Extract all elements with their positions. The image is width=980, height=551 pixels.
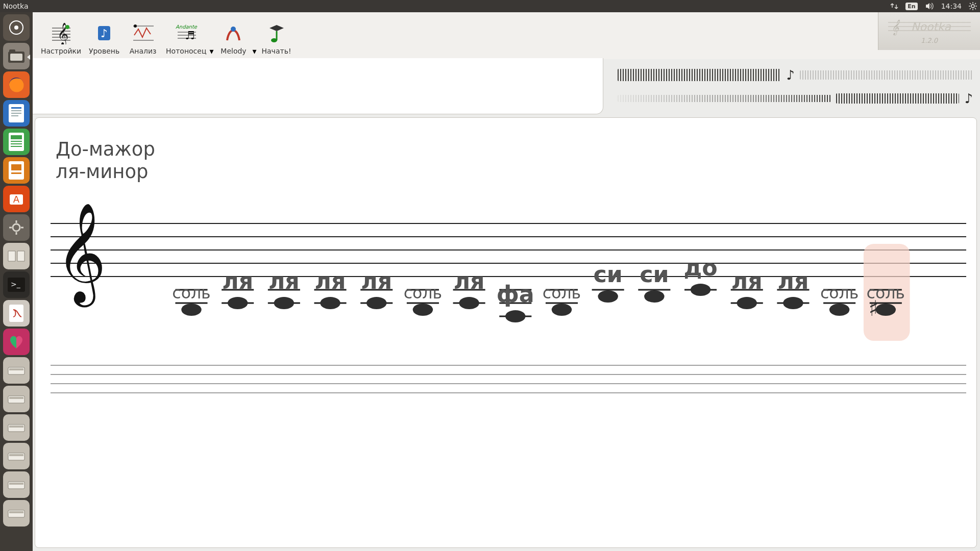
staff-dropdown-icon[interactable]: ▾: [209, 46, 213, 56]
note-head[interactable]: [181, 304, 201, 316]
note-name-label: до: [683, 255, 717, 281]
note-head[interactable]: [691, 284, 710, 296]
note-head[interactable]: [783, 297, 803, 309]
svg-text:♪: ♪: [101, 27, 108, 40]
start-label: Начать!: [262, 47, 291, 55]
software-icon[interactable]: A: [3, 186, 30, 212]
drive5-icon[interactable]: [3, 471, 30, 498]
terminal-icon[interactable]: >_: [3, 271, 30, 298]
note-head[interactable]: [876, 304, 896, 316]
calc-icon[interactable]: [3, 129, 30, 155]
launcher-dock: A>_: [0, 12, 33, 551]
svg-rect-16: [11, 107, 21, 109]
note-name-label: ля: [731, 268, 763, 294]
melody-label: Melody: [220, 47, 246, 55]
note-head[interactable]: [829, 304, 849, 316]
impress-icon[interactable]: [3, 157, 30, 184]
svg-rect-12: [9, 49, 15, 54]
score-area[interactable]: До-мажор ля-минор 𝄞 сольлялялялясольляфа…: [35, 117, 977, 548]
writer-icon[interactable]: [3, 100, 30, 127]
keyboard-layout-indicator[interactable]: En: [905, 3, 917, 10]
note-name-label: си: [640, 261, 669, 288]
drive6-icon[interactable]: [3, 500, 30, 527]
version-label: 1.2.0: [921, 37, 938, 44]
svg-point-10: [14, 26, 18, 30]
svg-rect-17: [11, 110, 21, 111]
single-note-panel[interactable]: [33, 58, 603, 114]
note-head[interactable]: [366, 297, 386, 309]
svg-rect-23: [11, 143, 22, 144]
system-gear-icon[interactable]: [969, 2, 977, 10]
note-name-label: ля: [315, 268, 346, 294]
note-name-label: ля: [777, 268, 808, 294]
svg-text:♬: ♬: [185, 29, 195, 42]
svg-text:Nootka: Nootka: [911, 20, 951, 33]
svg-rect-13: [10, 54, 22, 61]
heart-icon[interactable]: [3, 329, 30, 355]
melody-icon: [220, 21, 246, 45]
input-level-meter[interactable]: ♪: [618, 67, 973, 83]
network-icon[interactable]: [890, 2, 898, 10]
svg-rect-18: [11, 113, 21, 114]
level-icon: ♪: [91, 21, 117, 45]
treble-clef-icon: 𝄞: [48, 21, 74, 45]
files-icon[interactable]: [3, 43, 30, 69]
staff-label: Нотоносец: [166, 47, 206, 55]
note-name-label: ля: [268, 268, 300, 294]
empty-staff[interactable]: [51, 361, 966, 401]
eighth-note-icon: ♪: [964, 91, 973, 106]
clock[interactable]: 14:34: [941, 2, 962, 10]
pdf-icon[interactable]: [3, 300, 30, 327]
note-head[interactable]: [320, 297, 340, 309]
level-button[interactable]: ♪ Уровень: [85, 15, 123, 56]
melody-button[interactable]: Melody: [214, 15, 252, 56]
staff-button[interactable]: Andante♬ Нотоносец: [163, 15, 209, 56]
svg-point-65: [231, 27, 236, 32]
analysis-label: Анализ: [130, 47, 157, 55]
drive4-icon[interactable]: [3, 443, 30, 469]
melody-dropdown-icon[interactable]: ▾: [252, 46, 256, 56]
note-head[interactable]: [552, 304, 572, 316]
note-name-label: соль: [820, 284, 859, 302]
note-head[interactable]: [228, 297, 248, 309]
drive2-icon[interactable]: [3, 386, 30, 412]
note-name-label: соль: [404, 284, 442, 302]
settings-button[interactable]: 𝄞 Настройки: [38, 15, 84, 56]
svg-line-7: [975, 3, 976, 4]
svg-rect-49: [9, 511, 23, 513]
note-head[interactable]: [737, 297, 757, 309]
firefox-icon[interactable]: [3, 71, 30, 98]
svg-line-5: [970, 3, 971, 4]
note-name-label: ля: [222, 268, 253, 294]
svg-rect-22: [11, 141, 22, 142]
settings-gear-icon[interactable]: [3, 214, 30, 241]
note-head[interactable]: [413, 304, 433, 316]
svg-point-56: [65, 25, 69, 29]
svg-rect-27: [11, 172, 21, 174]
svg-point-68: [271, 38, 277, 42]
note-head[interactable]: [274, 297, 294, 309]
volume-icon[interactable]: [925, 3, 934, 10]
note-head[interactable]: [644, 290, 664, 303]
output-level-meter[interactable]: ♪: [618, 91, 973, 106]
svg-marker-66: [270, 25, 284, 31]
svg-rect-41: [9, 397, 23, 399]
dash-icon[interactable]: [3, 14, 30, 41]
svg-rect-24: [11, 146, 22, 147]
drive1-icon[interactable]: [3, 357, 30, 384]
note-head[interactable]: [505, 310, 525, 322]
main-staff[interactable]: 𝄞 сольлялялялясольляфасольсисидолялясоль…: [51, 203, 966, 310]
drive3-icon[interactable]: [3, 414, 30, 441]
analysis-button[interactable]: Анализ: [124, 15, 162, 56]
note-head[interactable]: [598, 290, 618, 303]
level-label: Уровень: [89, 47, 119, 55]
treble-clef-icon: 𝄞: [56, 203, 106, 308]
note-name-label: соль: [543, 284, 581, 302]
dictionary-icon[interactable]: [3, 243, 30, 269]
start-button[interactable]: Начать!: [258, 15, 296, 56]
window-title: Nootka: [3, 2, 29, 10]
svg-rect-45: [9, 454, 23, 456]
svg-point-59: [134, 24, 137, 28]
svg-rect-39: [9, 368, 23, 370]
note-head[interactable]: [459, 297, 479, 309]
